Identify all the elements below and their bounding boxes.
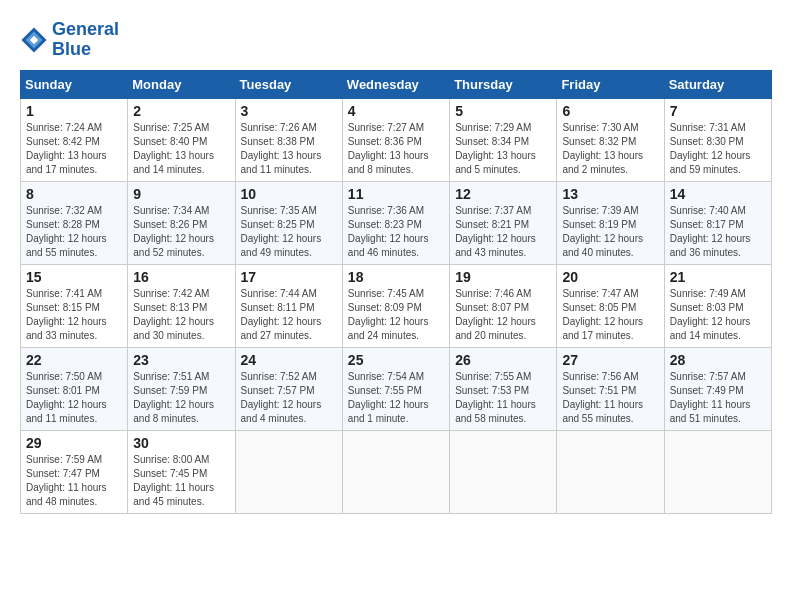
day-number: 13 <box>562 186 658 202</box>
cell-info: Sunrise: 7:46 AM Sunset: 8:07 PM Dayligh… <box>455 287 551 343</box>
cell-info: Sunrise: 7:54 AM Sunset: 7:55 PM Dayligh… <box>348 370 444 426</box>
calendar-cell: 14Sunrise: 7:40 AM Sunset: 8:17 PM Dayli… <box>664 181 771 264</box>
cell-info: Sunrise: 7:44 AM Sunset: 8:11 PM Dayligh… <box>241 287 337 343</box>
calendar-cell: 13Sunrise: 7:39 AM Sunset: 8:19 PM Dayli… <box>557 181 664 264</box>
day-number: 25 <box>348 352 444 368</box>
calendar-cell: 5Sunrise: 7:29 AM Sunset: 8:34 PM Daylig… <box>450 98 557 181</box>
cell-info: Sunrise: 7:47 AM Sunset: 8:05 PM Dayligh… <box>562 287 658 343</box>
cell-info: Sunrise: 7:49 AM Sunset: 8:03 PM Dayligh… <box>670 287 766 343</box>
cell-info: Sunrise: 7:30 AM Sunset: 8:32 PM Dayligh… <box>562 121 658 177</box>
day-number: 30 <box>133 435 229 451</box>
calendar-cell: 10Sunrise: 7:35 AM Sunset: 8:25 PM Dayli… <box>235 181 342 264</box>
weekday-header-wednesday: Wednesday <box>342 70 449 98</box>
day-number: 12 <box>455 186 551 202</box>
day-number: 16 <box>133 269 229 285</box>
day-number: 1 <box>26 103 122 119</box>
calendar-cell: 12Sunrise: 7:37 AM Sunset: 8:21 PM Dayli… <box>450 181 557 264</box>
day-number: 22 <box>26 352 122 368</box>
day-number: 27 <box>562 352 658 368</box>
calendar-cell: 27Sunrise: 7:56 AM Sunset: 7:51 PM Dayli… <box>557 347 664 430</box>
calendar-week-1: 1Sunrise: 7:24 AM Sunset: 8:42 PM Daylig… <box>21 98 772 181</box>
calendar-cell: 30Sunrise: 8:00 AM Sunset: 7:45 PM Dayli… <box>128 430 235 513</box>
calendar-week-2: 8Sunrise: 7:32 AM Sunset: 8:28 PM Daylig… <box>21 181 772 264</box>
day-number: 5 <box>455 103 551 119</box>
calendar-cell: 16Sunrise: 7:42 AM Sunset: 8:13 PM Dayli… <box>128 264 235 347</box>
cell-info: Sunrise: 7:32 AM Sunset: 8:28 PM Dayligh… <box>26 204 122 260</box>
day-number: 3 <box>241 103 337 119</box>
cell-info: Sunrise: 7:24 AM Sunset: 8:42 PM Dayligh… <box>26 121 122 177</box>
calendar-cell: 22Sunrise: 7:50 AM Sunset: 8:01 PM Dayli… <box>21 347 128 430</box>
calendar-cell: 15Sunrise: 7:41 AM Sunset: 8:15 PM Dayli… <box>21 264 128 347</box>
logo-text: General Blue <box>52 20 119 60</box>
cell-info: Sunrise: 7:55 AM Sunset: 7:53 PM Dayligh… <box>455 370 551 426</box>
calendar-cell <box>342 430 449 513</box>
cell-info: Sunrise: 7:41 AM Sunset: 8:15 PM Dayligh… <box>26 287 122 343</box>
cell-info: Sunrise: 7:35 AM Sunset: 8:25 PM Dayligh… <box>241 204 337 260</box>
day-number: 4 <box>348 103 444 119</box>
cell-info: Sunrise: 7:25 AM Sunset: 8:40 PM Dayligh… <box>133 121 229 177</box>
calendar-cell: 19Sunrise: 7:46 AM Sunset: 8:07 PM Dayli… <box>450 264 557 347</box>
calendar-cell: 18Sunrise: 7:45 AM Sunset: 8:09 PM Dayli… <box>342 264 449 347</box>
day-number: 26 <box>455 352 551 368</box>
calendar-cell: 28Sunrise: 7:57 AM Sunset: 7:49 PM Dayli… <box>664 347 771 430</box>
page-header: General Blue <box>20 20 772 60</box>
calendar-cell: 23Sunrise: 7:51 AM Sunset: 7:59 PM Dayli… <box>128 347 235 430</box>
day-number: 23 <box>133 352 229 368</box>
day-number: 19 <box>455 269 551 285</box>
calendar-cell: 11Sunrise: 7:36 AM Sunset: 8:23 PM Dayli… <box>342 181 449 264</box>
calendar-cell: 8Sunrise: 7:32 AM Sunset: 8:28 PM Daylig… <box>21 181 128 264</box>
cell-info: Sunrise: 7:51 AM Sunset: 7:59 PM Dayligh… <box>133 370 229 426</box>
calendar-cell: 3Sunrise: 7:26 AM Sunset: 8:38 PM Daylig… <box>235 98 342 181</box>
cell-info: Sunrise: 8:00 AM Sunset: 7:45 PM Dayligh… <box>133 453 229 509</box>
cell-info: Sunrise: 7:37 AM Sunset: 8:21 PM Dayligh… <box>455 204 551 260</box>
calendar-cell: 7Sunrise: 7:31 AM Sunset: 8:30 PM Daylig… <box>664 98 771 181</box>
day-number: 17 <box>241 269 337 285</box>
day-number: 15 <box>26 269 122 285</box>
calendar-cell: 9Sunrise: 7:34 AM Sunset: 8:26 PM Daylig… <box>128 181 235 264</box>
cell-info: Sunrise: 7:52 AM Sunset: 7:57 PM Dayligh… <box>241 370 337 426</box>
calendar-cell <box>450 430 557 513</box>
weekday-header-tuesday: Tuesday <box>235 70 342 98</box>
day-number: 11 <box>348 186 444 202</box>
calendar-cell: 4Sunrise: 7:27 AM Sunset: 8:36 PM Daylig… <box>342 98 449 181</box>
day-number: 6 <box>562 103 658 119</box>
calendar-cell: 17Sunrise: 7:44 AM Sunset: 8:11 PM Dayli… <box>235 264 342 347</box>
day-number: 24 <box>241 352 337 368</box>
cell-info: Sunrise: 7:56 AM Sunset: 7:51 PM Dayligh… <box>562 370 658 426</box>
calendar-cell: 24Sunrise: 7:52 AM Sunset: 7:57 PM Dayli… <box>235 347 342 430</box>
day-number: 2 <box>133 103 229 119</box>
calendar-cell: 21Sunrise: 7:49 AM Sunset: 8:03 PM Dayli… <box>664 264 771 347</box>
calendar-cell: 2Sunrise: 7:25 AM Sunset: 8:40 PM Daylig… <box>128 98 235 181</box>
calendar-cell: 25Sunrise: 7:54 AM Sunset: 7:55 PM Dayli… <box>342 347 449 430</box>
day-number: 20 <box>562 269 658 285</box>
cell-info: Sunrise: 7:45 AM Sunset: 8:09 PM Dayligh… <box>348 287 444 343</box>
weekday-header-thursday: Thursday <box>450 70 557 98</box>
day-number: 18 <box>348 269 444 285</box>
calendar-week-3: 15Sunrise: 7:41 AM Sunset: 8:15 PM Dayli… <box>21 264 772 347</box>
day-number: 14 <box>670 186 766 202</box>
logo-icon <box>20 26 48 54</box>
day-number: 10 <box>241 186 337 202</box>
cell-info: Sunrise: 7:27 AM Sunset: 8:36 PM Dayligh… <box>348 121 444 177</box>
calendar-cell: 29Sunrise: 7:59 AM Sunset: 7:47 PM Dayli… <box>21 430 128 513</box>
cell-info: Sunrise: 7:42 AM Sunset: 8:13 PM Dayligh… <box>133 287 229 343</box>
day-number: 9 <box>133 186 229 202</box>
weekday-header-sunday: Sunday <box>21 70 128 98</box>
calendar-table: SundayMondayTuesdayWednesdayThursdayFrid… <box>20 70 772 514</box>
day-number: 28 <box>670 352 766 368</box>
cell-info: Sunrise: 7:36 AM Sunset: 8:23 PM Dayligh… <box>348 204 444 260</box>
calendar-week-4: 22Sunrise: 7:50 AM Sunset: 8:01 PM Dayli… <box>21 347 772 430</box>
cell-info: Sunrise: 7:31 AM Sunset: 8:30 PM Dayligh… <box>670 121 766 177</box>
calendar-cell <box>664 430 771 513</box>
calendar-cell <box>235 430 342 513</box>
cell-info: Sunrise: 7:39 AM Sunset: 8:19 PM Dayligh… <box>562 204 658 260</box>
cell-info: Sunrise: 7:34 AM Sunset: 8:26 PM Dayligh… <box>133 204 229 260</box>
weekday-header-monday: Monday <box>128 70 235 98</box>
cell-info: Sunrise: 7:26 AM Sunset: 8:38 PM Dayligh… <box>241 121 337 177</box>
weekday-header-friday: Friday <box>557 70 664 98</box>
cell-info: Sunrise: 7:40 AM Sunset: 8:17 PM Dayligh… <box>670 204 766 260</box>
day-number: 8 <box>26 186 122 202</box>
calendar-cell: 20Sunrise: 7:47 AM Sunset: 8:05 PM Dayli… <box>557 264 664 347</box>
calendar-cell: 6Sunrise: 7:30 AM Sunset: 8:32 PM Daylig… <box>557 98 664 181</box>
day-number: 29 <box>26 435 122 451</box>
